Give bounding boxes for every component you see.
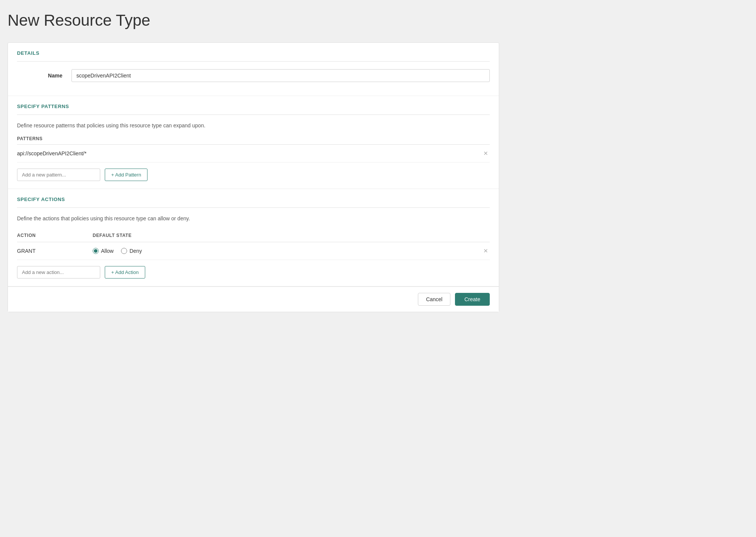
actions-table-header: ACTION DEFAULT STATE xyxy=(17,229,490,242)
specify-actions-header: SPECIFY ACTIONS xyxy=(17,197,490,208)
add-action-row: + Add Action xyxy=(17,266,490,279)
name-input[interactable] xyxy=(71,69,490,82)
col-action-header: ACTION xyxy=(17,233,93,238)
remove-action-icon[interactable]: ✕ xyxy=(482,248,490,254)
pattern-item: api://scopeDrivenAPI2Client/* ✕ xyxy=(17,145,490,162)
add-pattern-button[interactable]: + Add Pattern xyxy=(105,169,147,181)
specify-patterns-section: SPECIFY PATTERNS Define resource pattern… xyxy=(8,96,499,189)
allow-label: Allow xyxy=(101,248,113,254)
page-title: New Resource Type xyxy=(8,8,748,33)
add-pattern-row: + Add Pattern xyxy=(17,169,490,181)
pattern-value: api://scopeDrivenAPI2Client/* xyxy=(17,150,87,156)
allow-radio-label[interactable]: Allow xyxy=(93,248,113,254)
name-field-row: Name xyxy=(17,69,490,82)
create-button[interactable]: Create xyxy=(455,293,490,306)
deny-label: Deny xyxy=(129,248,142,254)
name-label: Name xyxy=(17,73,62,79)
details-section-header: DETAILS xyxy=(17,50,490,62)
patterns-description: Define resource patterns that policies u… xyxy=(17,122,490,128)
deny-radio-label[interactable]: Deny xyxy=(121,248,142,254)
remove-pattern-icon[interactable]: ✕ xyxy=(482,150,490,157)
radio-group-grant: Allow Deny xyxy=(93,248,482,254)
specify-patterns-header: SPECIFY PATTERNS xyxy=(17,104,490,115)
deny-radio[interactable] xyxy=(121,248,127,254)
actions-description: Define the actions that policies using t… xyxy=(17,215,490,221)
patterns-subsection-label: PATTERNS xyxy=(17,136,490,145)
action-row-grant: GRANT Allow Deny ✕ xyxy=(17,242,490,260)
main-card: DETAILS Name SPECIFY PATTERNS Define res… xyxy=(8,42,499,312)
add-action-button[interactable]: + Add Action xyxy=(105,266,145,279)
allow-radio[interactable] xyxy=(93,248,99,254)
col-default-state-header: DEFAULT STATE xyxy=(93,233,490,238)
action-name-grant: GRANT xyxy=(17,248,93,254)
cancel-button[interactable]: Cancel xyxy=(418,293,450,306)
add-action-input[interactable] xyxy=(17,266,100,279)
add-pattern-input[interactable] xyxy=(17,169,100,181)
specify-actions-section: SPECIFY ACTIONS Define the actions that … xyxy=(8,189,499,286)
details-section: DETAILS Name xyxy=(8,43,499,96)
footer: Cancel Create xyxy=(8,286,499,312)
